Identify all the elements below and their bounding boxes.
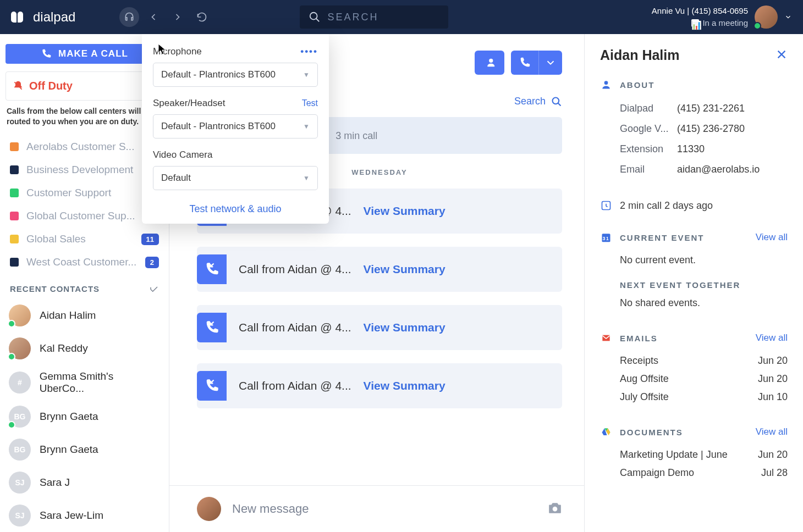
mic-level-icon: •••• — [300, 46, 318, 57]
contact-name: Sara Jew-Lim — [40, 509, 103, 522]
off-duty-toggle[interactable]: Off Duty — [6, 71, 163, 101]
contact-item[interactable]: Kal Reddy — [0, 332, 169, 365]
add-user-icon — [483, 57, 496, 69]
call-dropdown[interactable] — [538, 51, 562, 75]
documents-section: DOCUMENTS View all Marketing Update | Ju… — [600, 426, 788, 482]
app-header: dialpad SEARCH Annie Vu | (415) 854-0695… — [0, 0, 803, 34]
view-summary-link[interactable]: View Summary — [364, 263, 446, 276]
message-input[interactable] — [232, 502, 537, 516]
call-center-item[interactable]: West Coast Customer... 2 — [0, 251, 169, 274]
contact-list: Aidan Halim Kal Reddy# Gemma Smith's Ube… — [0, 299, 169, 532]
contact-item[interactable]: BG Brynn Gaeta — [0, 433, 169, 466]
recent-activity: 2 min call 2 days ago — [600, 199, 788, 212]
make-call-button[interactable]: MAKE A CALL — [6, 44, 163, 64]
about-row: Extension11330 — [600, 139, 788, 159]
view-summary-link[interactable]: View Summary — [364, 379, 446, 392]
unread-badge: 11 — [141, 234, 159, 245]
add-contact-button[interactable] — [475, 51, 504, 75]
call-entry[interactable]: Call from Aidan @ 4... View Summary — [197, 305, 562, 350]
refresh-icon[interactable] — [192, 7, 212, 27]
view-summary-link[interactable]: View Summary — [364, 204, 446, 218]
contact-avatar: BG — [9, 406, 31, 428]
camera-select[interactable]: Default▼ — [153, 166, 318, 190]
call-center-item[interactable]: Global Sales 11 — [0, 228, 169, 251]
contact-name: Brynn Gaeta — [40, 444, 98, 456]
contact-item[interactable]: Aidan Halim — [0, 299, 169, 332]
attach-image-button[interactable] — [548, 502, 562, 516]
headset-icon[interactable] — [119, 7, 139, 27]
unread-badge: 2 — [145, 257, 159, 268]
about-section: ABOUT Dialpad(415) 231-2261Google V...(4… — [600, 79, 788, 180]
contact-avatar: # — [9, 372, 31, 394]
document-row[interactable]: Campaign DemoJul 28 — [600, 464, 788, 482]
test-network-link[interactable]: Test network & audio — [153, 201, 318, 215]
contact-avatar — [9, 304, 31, 326]
call-center-label: Global Sales — [26, 233, 86, 245]
forward-icon[interactable] — [168, 7, 188, 27]
presence-dot — [8, 421, 15, 429]
call-entry[interactable]: Call from Aidan @ 4... View Summary — [197, 247, 562, 292]
call-center-label: Global Customer Sup... — [26, 210, 135, 222]
color-swatch — [10, 142, 19, 151]
contact-name: Gemma Smith's UberCo... — [40, 370, 160, 395]
self-avatar — [197, 497, 221, 521]
back-icon[interactable] — [144, 7, 163, 27]
gmail-icon — [600, 332, 612, 344]
contact-item[interactable]: # Gemma Smith's UberCo... — [0, 365, 169, 400]
color-swatch — [10, 189, 19, 197]
incoming-call-icon — [197, 313, 227, 342]
view-all-docs[interactable]: View all — [756, 426, 788, 437]
contact-item[interactable]: SJ Sara Jew-Lim — [0, 499, 169, 532]
call-center-label: Business Development — [26, 164, 133, 176]
email-row[interactable]: July OffsiteJun 10 — [600, 388, 788, 406]
contact-avatar: SJ — [9, 505, 31, 527]
view-all-emails[interactable]: View all — [756, 332, 788, 343]
close-button[interactable] — [776, 48, 788, 63]
global-search[interactable]: SEARCH — [300, 5, 448, 29]
contact-name: Aidan Halim — [40, 309, 96, 322]
search-icon — [309, 11, 321, 23]
clock-icon — [600, 199, 612, 212]
presence-dot — [8, 353, 15, 361]
search-placeholder: SEARCH — [327, 12, 378, 23]
color-swatch — [10, 212, 19, 220]
test-speaker-link[interactable]: Test — [302, 98, 318, 108]
email-row[interactable]: ReceiptsJun 20 — [600, 352, 788, 370]
call-center-label: Customer Support — [26, 187, 111, 199]
contact-item[interactable]: SJ Sara J — [0, 466, 169, 499]
contact-item[interactable]: BG Brynn Gaeta — [0, 400, 169, 433]
brand-logo: dialpad — [11, 9, 75, 25]
call-center-label: Aerolabs Customer S... — [26, 141, 134, 153]
collapse-icon[interactable] — [149, 284, 159, 293]
camera-icon — [548, 502, 562, 514]
status-chart-icon: 📊 — [691, 19, 699, 27]
user-avatar[interactable] — [755, 5, 778, 29]
incoming-call-icon — [197, 371, 227, 401]
speaker-select[interactable]: Default - Plantronics BT600▼ — [153, 114, 318, 138]
details-panel: Aidan Halim ABOUT Dialpad(415) 231-2261G… — [584, 34, 803, 532]
call-center-label: West Coast Customer... — [26, 256, 136, 268]
speaker-label: Speaker/Headset Test — [153, 98, 318, 109]
svg-point-2 — [604, 81, 608, 85]
recent-contacts-header: RECENT CONTACTS — [0, 274, 169, 299]
header-user: Annie Vu | (415) 854-0695 📊 In a meeting — [652, 5, 792, 30]
camera-label: Video Camera — [153, 149, 318, 160]
color-swatch — [10, 258, 19, 267]
user-status[interactable]: 📊 In a meeting — [652, 17, 748, 30]
details-name: Aidan Halim — [600, 47, 679, 63]
chevron-down-icon: ▼ — [303, 123, 310, 130]
document-row[interactable]: Marketing Update | JuneJun 20 — [600, 446, 788, 464]
view-summary-link[interactable]: View Summary — [364, 321, 446, 334]
call-text: Call from Aidan @ 4... — [239, 379, 351, 392]
contact-avatar: BG — [9, 439, 31, 461]
microphone-select[interactable]: Default - Plantronics BT600▼ — [153, 63, 318, 87]
call-text: Call from Aidan @ 4... — [239, 321, 351, 334]
chevron-down-icon[interactable] — [784, 13, 792, 21]
email-row[interactable]: Aug OffsiteJun 20 — [600, 370, 788, 388]
call-button[interactable] — [511, 51, 562, 75]
view-all-events[interactable]: View all — [756, 232, 788, 243]
svg-text:31: 31 — [603, 236, 610, 241]
drive-icon — [600, 426, 612, 438]
call-entry[interactable]: Call from Aidan @ 4... View Summary — [197, 363, 562, 408]
phone-icon — [519, 57, 531, 69]
